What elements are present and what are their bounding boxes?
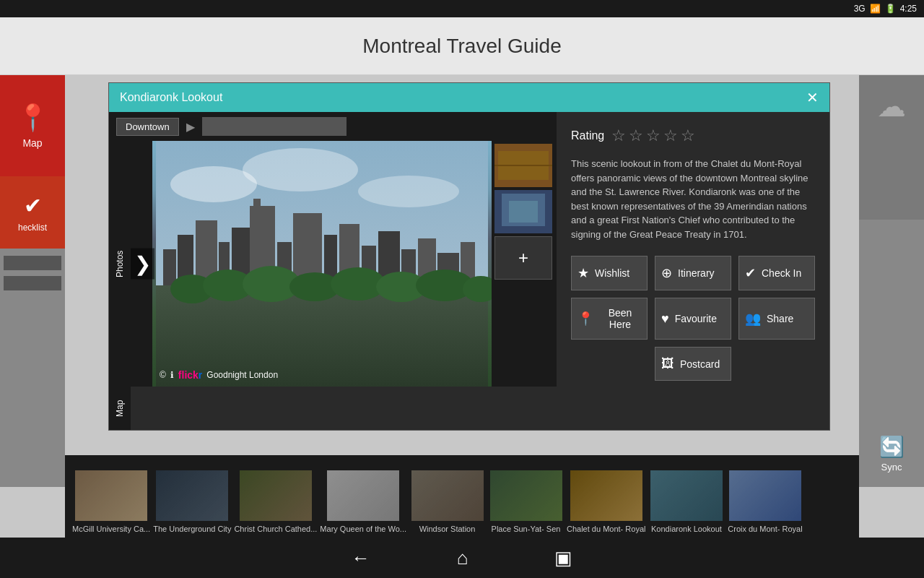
svg-point-3 bbox=[358, 176, 459, 207]
map-pin-icon: 📍 bbox=[17, 103, 49, 133]
strip-label-2: Christ Church Cathed... bbox=[234, 524, 317, 534]
time-display: 4:25 bbox=[900, 4, 917, 14]
postcard-icon: 🖼 bbox=[661, 356, 674, 371]
right-sidebar: ☁ 🔄 Sync bbox=[859, 75, 924, 487]
action-buttons: ★ Wishlist ⊕ Itinerary ✔ Check In 📍 bbox=[571, 256, 815, 381]
modal-nav-bar: Downtown ▶ bbox=[109, 112, 557, 141]
checkin-label: Check In bbox=[762, 267, 801, 279]
rating-label: Rating bbox=[571, 129, 604, 142]
cloud-icon: ☁ bbox=[877, 90, 906, 123]
beenhere-label: Been Here bbox=[599, 307, 641, 330]
wishlist-label: Wishlist bbox=[595, 267, 629, 279]
map-label-vertical: Map bbox=[109, 387, 131, 430]
heart-icon: ♥ bbox=[661, 311, 669, 327]
svg-rect-10 bbox=[253, 199, 261, 213]
strip-label-3: Mary Queen of the Wo... bbox=[320, 524, 406, 534]
description-text: This scenic lookout in from of the Chale… bbox=[571, 157, 815, 241]
strip-label-4: Windsor Station bbox=[419, 524, 476, 534]
status-bar: 3G 📶 🔋 4:25 bbox=[0, 0, 924, 17]
wishlist-button[interactable]: ★ Wishlist bbox=[571, 256, 648, 290]
postcard-button[interactable]: 🖼 Postcard bbox=[655, 347, 731, 381]
nav-search-input[interactable] bbox=[202, 117, 346, 136]
strip-label-1: The Underground City bbox=[153, 524, 231, 534]
rating-section: Rating ☆ ☆ ☆ ☆ ☆ bbox=[571, 126, 815, 145]
photo-credit: © ℹ flickr Goodnight London bbox=[160, 369, 278, 381]
info-icon: ℹ bbox=[170, 370, 174, 380]
sidebar-inputs bbox=[0, 249, 65, 487]
nav-arrow-icon: ▶ bbox=[186, 120, 195, 134]
beenhere-button[interactable]: 📍 Been Here bbox=[571, 298, 648, 340]
sync-label: Sync bbox=[881, 462, 902, 473]
location-icon: 📍 bbox=[578, 311, 593, 327]
star-4[interactable]: ☆ bbox=[663, 126, 678, 145]
modal-dialog: Kondiaronk Lookout ✕ Downtown ▶ Photos bbox=[108, 82, 830, 431]
bottom-nav-bar: ← ⌂ ▣ bbox=[0, 538, 924, 578]
network-indicator: 3G bbox=[854, 4, 866, 14]
svg-rect-35 bbox=[509, 201, 538, 223]
star-rating[interactable]: ☆ ☆ ☆ ☆ ☆ bbox=[611, 126, 695, 145]
check-icon: ✔ bbox=[24, 193, 42, 218]
strip-label-7: Kondiaronk Lookout bbox=[651, 524, 722, 534]
modal-overlay: Kondiaronk Lookout ✕ Downtown ▶ Photos bbox=[65, 75, 859, 487]
app-title: Montreal Travel Guide bbox=[362, 35, 561, 58]
app-header: Montreal Travel Guide bbox=[0, 17, 924, 75]
left-sidebar: 📍 Map ✔ hecklist bbox=[0, 75, 65, 487]
main-photo: © ℹ flickr Goodnight London bbox=[152, 141, 492, 387]
star-icon: ★ bbox=[578, 265, 589, 281]
checkin-button[interactable]: ✔ Check In bbox=[738, 256, 815, 290]
sync-icon: 🔄 bbox=[879, 435, 905, 459]
sidebar-checklist-button[interactable]: ✔ hecklist bbox=[0, 176, 65, 249]
sidebar-input-1[interactable] bbox=[4, 256, 61, 270]
strip-label-0: McGill University Ca... bbox=[72, 524, 150, 534]
modal-close-button[interactable]: ✕ bbox=[806, 89, 819, 106]
itinerary-button[interactable]: ⊕ Itinerary bbox=[655, 256, 731, 290]
back-button[interactable]: ← bbox=[352, 547, 370, 569]
home-button[interactable]: ⌂ bbox=[457, 547, 468, 569]
favourite-button[interactable]: ♥ Favourite bbox=[655, 298, 731, 340]
svg-point-2 bbox=[243, 148, 358, 191]
photo-thumbnails: + bbox=[492, 141, 557, 387]
cc-icon: © bbox=[160, 370, 166, 380]
map-sidebar-label: Map bbox=[22, 137, 42, 149]
photo-nav-left-icon[interactable]: ❯ bbox=[131, 249, 154, 280]
sidebar-input-2[interactable] bbox=[4, 276, 61, 290]
main-area: 📍 Map ✔ hecklist ☁ 🔄 Sync Kondiaronk Loo… bbox=[0, 75, 924, 549]
modal-header: Kondiaronk Lookout ✕ bbox=[109, 83, 829, 112]
signal-icon: 📶 bbox=[870, 4, 881, 14]
favourite-label: Favourite bbox=[675, 313, 717, 324]
checkmark-icon: ✔ bbox=[745, 265, 756, 281]
modal-title: Kondiaronk Lookout bbox=[120, 91, 222, 104]
star-2[interactable]: ☆ bbox=[629, 126, 643, 145]
photo-credit-name: Goodnight London bbox=[206, 370, 278, 380]
thumbnail-2[interactable] bbox=[494, 190, 552, 233]
star-1[interactable]: ☆ bbox=[611, 126, 626, 145]
modal-body: Downtown ▶ Photos ❯ bbox=[109, 112, 829, 430]
sidebar-map-button[interactable]: 📍 Map bbox=[0, 75, 65, 176]
share-label: Share bbox=[767, 313, 793, 324]
photo-container: Photos ❯ bbox=[109, 141, 557, 387]
strip-label-5: Place Sun-Yat- Sen bbox=[492, 524, 561, 534]
modal-right-panel: Rating ☆ ☆ ☆ ☆ ☆ This scenic lookout in … bbox=[557, 112, 829, 430]
plus-circle-icon: ⊕ bbox=[661, 265, 672, 281]
add-photo-button[interactable]: + bbox=[494, 236, 552, 280]
recents-button[interactable]: ▣ bbox=[554, 547, 572, 569]
postcard-label: Postcard bbox=[680, 358, 720, 370]
battery-icon: 🔋 bbox=[885, 4, 896, 14]
strip-label-8: Croix du Mont- Royal bbox=[728, 524, 802, 534]
checklist-sidebar-label: hecklist bbox=[18, 223, 47, 233]
strip-label-6: Chalet du Mont- Royal bbox=[567, 524, 645, 534]
thumbnail-1[interactable] bbox=[494, 144, 552, 187]
flickr-logo: flickr bbox=[178, 369, 202, 381]
star-5[interactable]: ☆ bbox=[681, 126, 695, 145]
share-icon: 👥 bbox=[745, 311, 761, 327]
photos-label: Photos bbox=[109, 141, 131, 387]
share-button[interactable]: 👥 Share bbox=[738, 298, 815, 340]
itinerary-label: Itinerary bbox=[678, 267, 715, 279]
breadcrumb[interactable]: Downtown bbox=[116, 118, 179, 136]
cloud-area: ☁ bbox=[859, 75, 924, 220]
modal-left-panel: Downtown ▶ Photos ❯ bbox=[109, 112, 557, 430]
star-3[interactable]: ☆ bbox=[646, 126, 661, 145]
